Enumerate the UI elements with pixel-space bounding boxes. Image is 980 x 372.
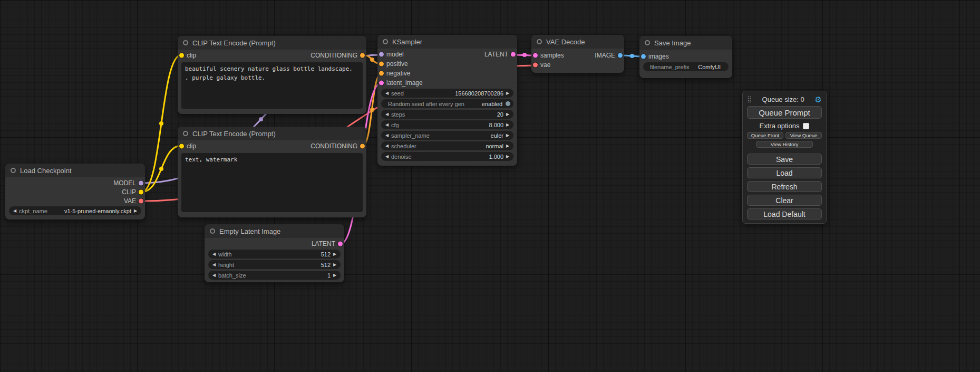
- view-history-button[interactable]: View History: [756, 141, 813, 148]
- height-widget[interactable]: ◀ height 512 ▶: [208, 260, 341, 269]
- widget-value: 156680208700286: [455, 90, 503, 97]
- latent-output-port[interactable]: [338, 242, 343, 246]
- increment-icon[interactable]: ▶: [332, 252, 338, 256]
- widget-value: 8.000: [489, 122, 503, 128]
- node-clip-text-encode-positive[interactable]: CLIP Text Encode (Prompt) clip CONDITION…: [178, 36, 366, 114]
- toggle-knob[interactable]: [506, 101, 510, 106]
- port-label: MODEL: [113, 179, 136, 187]
- node-save-image[interactable]: Save Image images filename_prefix ComfyU…: [639, 36, 732, 78]
- negative-input-port[interactable]: [379, 71, 384, 76]
- node-title-bar[interactable]: VAE Decode: [531, 35, 624, 49]
- batch-size-widget[interactable]: ◀ batch_size 1 ▶: [208, 271, 341, 280]
- filename-prefix-widget[interactable]: filename_prefix ComfyUI: [643, 62, 729, 71]
- clip-input-port[interactable]: [179, 144, 184, 149]
- images-input-port[interactable]: [641, 54, 646, 59]
- conditioning-output-port[interactable]: [360, 144, 365, 149]
- samples-input-port[interactable]: [533, 53, 538, 58]
- positive-prompt-textarea[interactable]: beautiful scenery nature glass bottle la…: [181, 62, 363, 109]
- sampler-name-widget[interactable]: ◀ sampler_name euler ▶: [381, 131, 513, 140]
- latent-image-input-port[interactable]: [379, 81, 384, 85]
- ckpt-name-widget[interactable]: ◀ ckpt_name v1-5-pruned-emaonly.ckpt ▶: [9, 206, 141, 215]
- port-label: samples: [540, 52, 564, 59]
- node-title: CLIP Text Encode (Prompt): [192, 130, 276, 138]
- decrement-icon[interactable]: ◀: [211, 252, 217, 256]
- denoise-widget[interactable]: ◀ denoise 1.000 ▶: [381, 152, 513, 161]
- extra-options-checkbox[interactable]: [803, 123, 809, 129]
- widget-value: 20: [497, 111, 503, 118]
- negative-prompt-textarea[interactable]: text, watermark: [181, 153, 363, 212]
- view-queue-button[interactable]: View Queue: [785, 132, 822, 139]
- random-seed-toggle-widget[interactable]: Random seed after every gen enabled: [381, 99, 513, 108]
- collapse-dot-icon[interactable]: [645, 40, 650, 45]
- clip-input-port[interactable]: [179, 53, 184, 58]
- collapse-dot-icon[interactable]: [183, 131, 188, 136]
- node-ksampler[interactable]: KSampler model LATENT positive negative …: [377, 35, 517, 166]
- increment-icon[interactable]: ▶: [332, 273, 338, 278]
- queue-front-button[interactable]: Queue Front: [747, 132, 783, 139]
- seed-widget[interactable]: ◀ seed 156680208700286 ▶: [381, 89, 513, 98]
- clip-output-port[interactable]: [139, 189, 143, 194]
- node-load-checkpoint[interactable]: Load Checkpoint MODEL CLIP VAE ◀ ckpt_na…: [5, 164, 145, 220]
- load-default-button[interactable]: Load Default: [747, 208, 822, 220]
- decrement-icon[interactable]: ◀: [384, 112, 390, 117]
- port-label: clip: [187, 52, 196, 59]
- widget-value: ComfyUI: [698, 64, 721, 70]
- decrement-icon[interactable]: ◀: [384, 144, 390, 148]
- node-title-bar[interactable]: Save Image: [639, 36, 732, 50]
- widget-value: euler: [491, 132, 503, 139]
- widget-label: denoise: [391, 154, 412, 160]
- vae-output-port[interactable]: [139, 198, 143, 203]
- image-output-port[interactable]: [618, 53, 623, 58]
- collapse-dot-icon[interactable]: [537, 39, 542, 44]
- conditioning-output-port[interactable]: [360, 53, 365, 58]
- model-input-port[interactable]: [379, 52, 384, 57]
- port-label: images: [648, 53, 669, 60]
- steps-widget[interactable]: ◀ steps 20 ▶: [381, 110, 513, 119]
- vae-input-port[interactable]: [533, 63, 538, 68]
- decrement-icon[interactable]: ◀: [12, 209, 18, 213]
- port-label: VAE: [124, 197, 136, 205]
- queue-prompt-button[interactable]: Queue Prompt: [747, 106, 822, 119]
- node-title-bar[interactable]: KSampler: [377, 35, 517, 49]
- increment-icon[interactable]: ▶: [504, 123, 511, 127]
- decrement-icon[interactable]: ◀: [211, 273, 217, 278]
- load-button[interactable]: Load: [747, 167, 822, 178]
- model-output-port[interactable]: [139, 180, 143, 185]
- decrement-icon[interactable]: ◀: [384, 155, 390, 159]
- drag-handle-icon[interactable]: ⣿: [747, 96, 752, 103]
- collapse-dot-icon[interactable]: [183, 40, 188, 45]
- node-title: Load Checkpoint: [20, 167, 72, 175]
- save-button[interactable]: Save: [747, 154, 822, 165]
- collapse-dot-icon[interactable]: [383, 39, 388, 44]
- scheduler-widget[interactable]: ◀ scheduler normal ▶: [381, 141, 513, 150]
- settings-gear-icon[interactable]: ⚙: [815, 96, 822, 103]
- cfg-widget[interactable]: ◀ cfg 8.000 ▶: [381, 120, 513, 129]
- decrement-icon[interactable]: ◀: [384, 91, 390, 96]
- collapse-dot-icon[interactable]: [210, 228, 215, 234]
- increment-icon[interactable]: ▶: [332, 263, 338, 267]
- refresh-button[interactable]: Refresh: [747, 181, 822, 192]
- node-title-bar[interactable]: Load Checkpoint: [5, 164, 145, 177]
- port-label: LATENT: [484, 51, 508, 58]
- decrement-icon[interactable]: ◀: [211, 263, 217, 267]
- increment-icon[interactable]: ▶: [504, 144, 511, 148]
- node-vae-decode[interactable]: VAE Decode samples IMAGE vae: [531, 35, 624, 73]
- increment-icon[interactable]: ▶: [504, 112, 511, 117]
- node-empty-latent-image[interactable]: Empty Latent Image LATENT ◀ width 512 ▶ …: [205, 224, 344, 282]
- clear-button[interactable]: Clear: [747, 195, 822, 206]
- increment-icon[interactable]: ▶: [504, 133, 511, 138]
- width-widget[interactable]: ◀ width 512 ▶: [208, 250, 341, 259]
- decrement-icon[interactable]: ◀: [384, 133, 390, 138]
- increment-icon[interactable]: ▶: [504, 91, 511, 96]
- latent-output-port[interactable]: [511, 52, 516, 57]
- node-clip-text-encode-negative[interactable]: CLIP Text Encode (Prompt) clip CONDITION…: [178, 127, 366, 217]
- increment-icon[interactable]: ▶: [504, 155, 511, 159]
- increment-icon[interactable]: ▶: [132, 209, 139, 213]
- decrement-icon[interactable]: ◀: [384, 123, 390, 127]
- widget-value: 1: [327, 272, 331, 279]
- collapse-dot-icon[interactable]: [11, 168, 16, 173]
- positive-input-port[interactable]: [379, 62, 384, 66]
- node-title-bar[interactable]: CLIP Text Encode (Prompt): [178, 127, 366, 140]
- node-title-bar[interactable]: Empty Latent Image: [205, 224, 344, 238]
- node-title-bar[interactable]: CLIP Text Encode (Prompt): [178, 36, 366, 50]
